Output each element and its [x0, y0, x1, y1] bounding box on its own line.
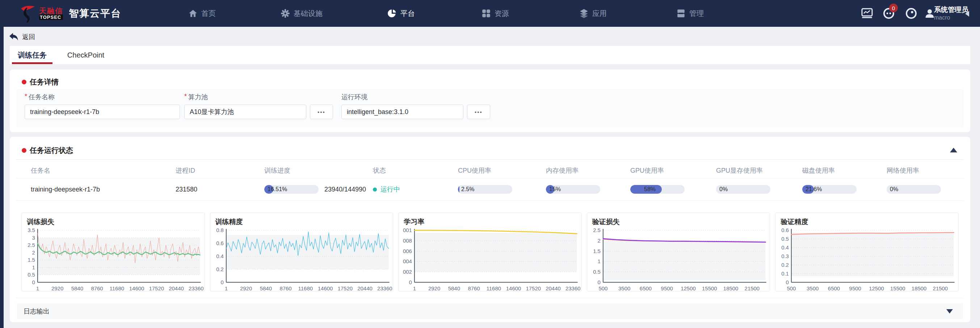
runtime-env-picker-button[interactable]: ••• [467, 105, 490, 119]
task-name-input[interactable] [25, 105, 180, 119]
runtime-env-label: 运行环境 [341, 93, 368, 101]
col-gpu: GPU使用率 [616, 166, 702, 175]
nav-item-apps[interactable]: 应用 [579, 0, 607, 27]
compute-pool-label: 算力池 [188, 93, 208, 101]
svg-text:0.8: 0.8 [216, 228, 224, 233]
compute-pool-input[interactable] [184, 105, 306, 119]
svg-text:0: 0 [221, 279, 223, 285]
svg-text:1: 1 [597, 258, 600, 264]
col-task-name: 任务名 [16, 166, 161, 175]
gpu-mem-usage-bar: 0% [716, 185, 770, 194]
user-name: macro [934, 14, 969, 21]
chart-train-loss: 训练损失 00.511.522.533.51292058408760116801… [21, 212, 205, 291]
log-output-toggle[interactable]: 日志输出 [17, 303, 963, 319]
task-details-title: 任务详情 [30, 77, 59, 87]
chart-val-accuracy: 验证精度 00.10.20.30.40.50.65003500650095001… [775, 212, 959, 291]
svg-text:0: 0 [32, 279, 35, 285]
network-usage-bar: 0% [886, 185, 941, 194]
nav-item-manage[interactable]: 管理 [676, 0, 704, 27]
svg-text:12500: 12500 [869, 285, 885, 291]
notification-button[interactable]: 0 [883, 0, 895, 27]
svg-text:3: 3 [32, 235, 35, 241]
nav-item-home[interactable]: 首页 [188, 0, 216, 27]
required-asterisk: * [184, 93, 187, 101]
col-status: 状态 [358, 166, 444, 175]
svg-text:8760: 8760 [468, 285, 480, 291]
svg-text:5840: 5840 [71, 285, 83, 291]
collapse-section-button[interactable] [950, 148, 957, 153]
field-task-name: * 任务名称 [25, 93, 180, 119]
task-status-card: 任务运行状态 任务名 进程ID 训练进度 状态 CPU使用率 内存使用率 GPU… [10, 137, 970, 322]
compute-pool-picker-button[interactable]: ••• [310, 105, 333, 119]
task-status-header: 任务运行状态 [22, 145, 73, 155]
task-status-title: 任务运行状态 [30, 145, 73, 155]
compass-icon [905, 7, 917, 19]
cell-status: 运行中 [358, 185, 444, 194]
svg-text:1.5: 1.5 [593, 248, 601, 254]
tab-bar: 训练任务 CheckPoint [10, 46, 970, 64]
col-memory: 内存使用率 [531, 166, 616, 175]
svg-text:0.6: 0.6 [216, 240, 224, 246]
svg-text:23360: 23360 [565, 285, 581, 291]
user-info[interactable]: 系统管理员 macro [934, 0, 969, 27]
table-header-row: 任务名 进程ID 训练进度 状态 CPU使用率 内存使用率 GPU使用率 GPU… [16, 163, 964, 178]
nav-item-platform[interactable]: 平台 [387, 0, 415, 27]
svg-text:2920: 2920 [428, 285, 440, 291]
home-icon [188, 9, 198, 18]
svg-text:11680: 11680 [298, 285, 312, 291]
cell-gpu-mem-usage: 0% [702, 185, 788, 194]
svg-text:14600: 14600 [129, 285, 145, 291]
svg-text:002: 002 [403, 269, 412, 275]
cell-network-usage: 0% [872, 185, 964, 194]
field-runtime-env: 运行环境 ••• [341, 93, 490, 119]
section-bullet-icon [22, 148, 26, 153]
memory-usage-bar: 15% [546, 185, 600, 194]
svg-text:1: 1 [413, 285, 416, 291]
svg-text:2.5: 2.5 [593, 228, 601, 233]
status-badge: 运行中 [380, 185, 400, 194]
col-pid: 进程ID [161, 166, 250, 175]
required-asterisk: * [25, 93, 27, 101]
chart-learning-rate: 学习率 000200400600800112920584087601168014… [398, 212, 582, 291]
user-role: 系统管理员 [934, 5, 969, 14]
collapsed-sidebar-strip [0, 27, 4, 328]
disk-usage-bar: 21.6% [802, 185, 857, 194]
progress-percent: 16.51% [267, 185, 287, 194]
back-button[interactable]: 返回 [9, 30, 35, 43]
monitor-chart-icon-button[interactable] [861, 0, 873, 27]
tab-training-task[interactable]: 训练任务 [12, 46, 52, 64]
alerts-button[interactable] [905, 0, 917, 27]
training-task-detail-page: { "navbar": { "brand": { "logo_cn": "天融信… [0, 0, 980, 328]
svg-text:20440: 20440 [169, 285, 184, 291]
collapse-left-icon[interactable] [965, 11, 969, 17]
svg-text:2: 2 [32, 250, 35, 256]
section-bullet-icon [22, 80, 26, 84]
runtime-env-input[interactable] [341, 105, 463, 119]
svg-text:006: 006 [403, 248, 412, 254]
cell-disk-usage: 21.6% [788, 185, 872, 194]
nav-item-resources[interactable]: 资源 [482, 0, 509, 27]
manage-server-icon [676, 9, 686, 18]
svg-text:0.2: 0.2 [216, 266, 224, 272]
svg-text:8760: 8760 [280, 285, 291, 291]
table-row[interactable]: training-deepseek-r1-7b 231580 16.51% 23… [16, 178, 964, 201]
svg-text:004: 004 [403, 258, 412, 264]
chevron-down-icon [947, 309, 953, 314]
svg-text:18500: 18500 [723, 285, 738, 291]
svg-text:2: 2 [597, 237, 600, 244]
nav-item-infrastructure[interactable]: 基础设施 [280, 0, 323, 27]
chart-train-accuracy: 训练精度 00.20.40.60.81292058408760116801460… [210, 212, 393, 291]
svg-text:12500: 12500 [681, 285, 696, 291]
svg-text:11680: 11680 [487, 285, 501, 291]
tab-checkpoint[interactable]: CheckPoint [64, 46, 108, 64]
svg-text:14600: 14600 [506, 285, 521, 291]
train-loss-plot: 00.511.522.533.5129205840876011680146001… [22, 228, 205, 291]
svg-text:6500: 6500 [828, 285, 840, 291]
svg-text:8760: 8760 [91, 285, 103, 291]
chart-title: 验证精度 [775, 213, 958, 228]
svg-text:15500: 15500 [702, 285, 717, 291]
monitor-chart-icon [861, 8, 873, 19]
svg-text:2920: 2920 [240, 285, 252, 291]
running-status-dot [373, 188, 377, 191]
svg-text:17520: 17520 [149, 285, 164, 291]
